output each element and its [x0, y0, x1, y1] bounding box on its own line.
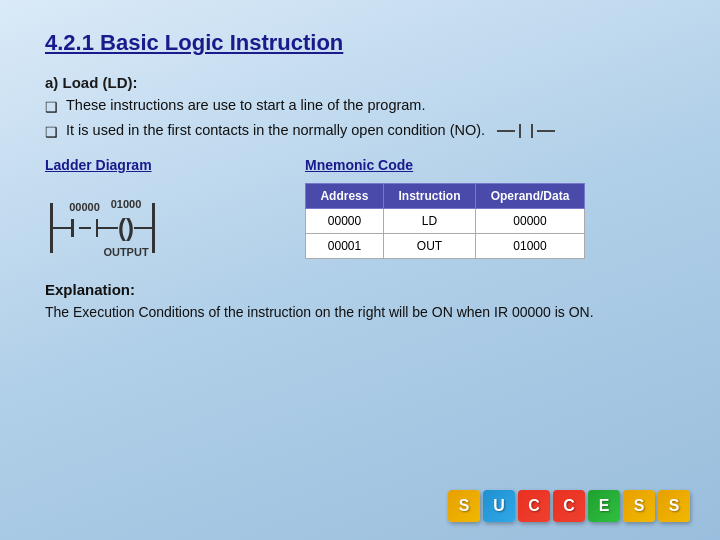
output-coil-symbol: ( ): [118, 216, 134, 240]
mnemonic-section: Mnemonic Code Address Instruction Operan…: [305, 157, 675, 259]
contact-group: 00000: [71, 219, 98, 237]
table-cell-r0-c0: 00000: [306, 209, 384, 234]
section-a-label: a) Load (LD):: [45, 74, 675, 91]
columns-area: Ladder Diagram 00000: [45, 157, 675, 259]
ladder-section: Ladder Diagram 00000: [45, 157, 265, 253]
bullet-list: ❑ These instructions are use to start a …: [45, 95, 675, 143]
mnemonic-heading: Mnemonic Code: [305, 157, 675, 173]
contact-bar-left: [71, 219, 74, 237]
explanation: Explanation: The Execution Conditions of…: [45, 281, 675, 323]
paren-open: (: [118, 216, 126, 240]
bullet-item-1: ❑ These instructions are use to start a …: [45, 95, 675, 118]
contact-bars: [71, 219, 98, 237]
mnemonic-table: Address Instruction Operand/Data 00000LD…: [305, 183, 585, 259]
contact-address: 00000: [69, 201, 100, 213]
wire-between-bars: [79, 227, 91, 229]
col-header-address: Address: [306, 184, 384, 209]
output-address: 01000: [111, 198, 142, 210]
success-block-s2: S: [623, 490, 655, 522]
ladder-heading: Ladder Diagram: [45, 157, 265, 173]
ladder-rung: 00000 01000 OUTPUT ( ): [50, 203, 265, 253]
output-group: 01000 OUTPUT ( ): [118, 216, 134, 240]
bullet-item-2: ❑ It is used in the first contacts in th…: [45, 120, 675, 143]
table-cell-r1-c0: 00001: [306, 234, 384, 259]
slide-title: 4.2.1 Basic Logic Instruction: [45, 30, 675, 56]
table-row: 00001OUT01000: [306, 234, 585, 259]
success-blocks: S U C C E S S: [448, 490, 690, 522]
bullet-icon-1: ❑: [45, 97, 58, 118]
wire-1: [53, 227, 71, 229]
wire-3: [134, 227, 152, 229]
right-rail: [152, 203, 155, 253]
table-header-row: Address Instruction Operand/Data: [306, 184, 585, 209]
paren-close: ): [126, 216, 134, 240]
explanation-title: Explanation:: [45, 281, 675, 298]
success-block-e: E: [588, 490, 620, 522]
no-contact-symbol: [497, 124, 555, 138]
success-block-s3: S: [658, 490, 690, 522]
slide-container: 4.2.1 Basic Logic Instruction a) Load (L…: [0, 0, 720, 540]
contact-bar-right: [96, 219, 99, 237]
col-header-instruction: Instruction: [383, 184, 475, 209]
bullet-icon-2: ❑: [45, 122, 58, 143]
output-name: OUTPUT: [103, 246, 148, 258]
explanation-text: The Execution Conditions of the instruct…: [45, 302, 675, 323]
wire-2: [98, 227, 118, 229]
success-block-c2: C: [553, 490, 585, 522]
table-cell-r1-c2: 01000: [476, 234, 585, 259]
table-cell-r1-c1: OUT: [383, 234, 475, 259]
success-block-u: U: [483, 490, 515, 522]
col-header-operand: Operand/Data: [476, 184, 585, 209]
table-cell-r0-c1: LD: [383, 209, 475, 234]
success-block-c1: C: [518, 490, 550, 522]
table-row: 00000LD00000: [306, 209, 585, 234]
table-cell-r0-c2: 00000: [476, 209, 585, 234]
success-block-s1: S: [448, 490, 480, 522]
